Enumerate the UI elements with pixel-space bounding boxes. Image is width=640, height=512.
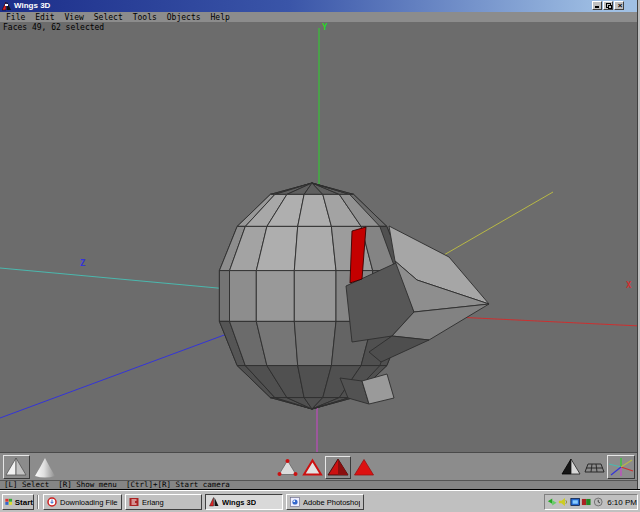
title-bar[interactable]: Wings 3D ×	[0, 0, 640, 12]
taskbar-clock[interactable]: 6:10 PM	[607, 498, 637, 507]
menu-bar: File Edit View Select Tools Objects Help	[0, 12, 637, 22]
body-triangle-icon	[353, 458, 375, 477]
3d-viewport[interactable]: Y Z X Faces 49, 62 selected	[0, 22, 637, 452]
face-triangle-icon	[326, 457, 350, 478]
task-label: Wings 3D	[222, 498, 256, 507]
split-pyramid-icon	[560, 457, 582, 478]
restore-icon-back	[608, 5, 612, 9]
photoshop-icon	[290, 497, 300, 507]
flat-pyramid-icon	[4, 456, 29, 478]
z-axis-negative	[430, 192, 553, 263]
grid-icon	[584, 458, 605, 477]
smooth-cone-icon	[33, 456, 57, 478]
y-axis-label: Y	[322, 22, 328, 32]
task-label: Adobe Photoshop	[303, 498, 360, 507]
mesh-face[interactable]	[256, 271, 294, 322]
mesh-face[interactable]	[294, 226, 336, 270]
selection-info: Faces 49, 62 selected	[3, 23, 104, 32]
system-tray: 6:10 PM	[544, 494, 638, 510]
taskbar: Start Downloading File: /wings/... Erlan…	[0, 490, 640, 512]
display-icon[interactable]	[570, 496, 580, 508]
vertex-mode-button[interactable]	[277, 458, 298, 477]
menu-item-file[interactable]: File	[6, 13, 25, 22]
edge-mode-button[interactable]	[302, 458, 323, 477]
erlang-icon	[129, 497, 139, 507]
z-axis-label: Z	[80, 258, 86, 268]
download-icon	[47, 497, 57, 507]
taskbar-divider	[37, 495, 39, 509]
taskbar-button-erlang[interactable]: Erlang	[125, 494, 202, 510]
menu-item-tools[interactable]: Tools	[133, 13, 157, 22]
wings3d-icon	[209, 497, 219, 507]
red-green-indicator-icon[interactable]	[581, 496, 591, 508]
minimize-button[interactable]	[592, 1, 602, 10]
axes-toggle-button[interactable]	[607, 455, 635, 479]
edge-triangle-icon	[302, 458, 323, 477]
mesh-face[interactable]	[294, 321, 336, 365]
close-button[interactable]: ×	[614, 1, 624, 10]
minimize-icon	[595, 6, 599, 8]
mesh-face[interactable]	[219, 271, 229, 322]
windows-logo-icon	[5, 497, 13, 507]
wings3d-app-icon	[2, 2, 11, 11]
menu-item-view[interactable]: View	[65, 13, 84, 22]
face-mode-button[interactable]	[325, 456, 351, 479]
x-axis-label: X	[626, 280, 632, 290]
scene-canvas[interactable]: Y Z X	[0, 22, 637, 452]
menu-item-select[interactable]: Select	[94, 13, 123, 22]
desktop: Wings 3D × File Edit View Select Tools O…	[0, 0, 640, 512]
body-mode-button[interactable]	[353, 458, 375, 477]
start-button[interactable]: Start	[2, 494, 34, 510]
green-arrows-icon[interactable]	[547, 496, 557, 508]
scheduler-icon[interactable]	[593, 496, 603, 508]
restore-button[interactable]	[603, 1, 613, 10]
taskbar-button-wings3d[interactable]: Wings 3D	[205, 494, 283, 510]
close-icon: ×	[615, 1, 625, 11]
flat-shading-button[interactable]	[3, 455, 30, 479]
volume-icon[interactable]	[558, 496, 568, 508]
taskbar-button-photoshop[interactable]: Adobe Photoshop	[286, 494, 364, 510]
menu-item-objects[interactable]: Objects	[167, 13, 201, 22]
ground-plane-toggle-button[interactable]	[584, 458, 605, 477]
perspective-toggle-button[interactable]	[560, 457, 582, 478]
start-label: Start	[15, 498, 33, 507]
vertex-triangle-icon	[277, 458, 298, 477]
z-axis-positive	[0, 321, 262, 418]
x-axis-negative	[0, 268, 250, 291]
taskbar-button-downloading[interactable]: Downloading File: /wings/...	[43, 494, 122, 510]
task-label: Erlang	[142, 498, 164, 507]
task-label: Downloading File: /wings/...	[60, 498, 118, 507]
toolbar	[0, 452, 637, 480]
mesh-face[interactable]	[294, 271, 336, 322]
smooth-shading-button[interactable]	[33, 456, 57, 478]
menu-item-edit[interactable]: Edit	[35, 13, 54, 22]
window-title: Wings 3D	[14, 1, 50, 11]
x-axis-positive	[455, 317, 637, 326]
mesh-face[interactable]	[230, 271, 257, 322]
status-bar: [L] Select [R] Show menu [Ctrl]+[R] Star…	[0, 480, 637, 489]
menu-item-help[interactable]: Help	[211, 13, 230, 22]
axes-icon	[608, 456, 634, 478]
